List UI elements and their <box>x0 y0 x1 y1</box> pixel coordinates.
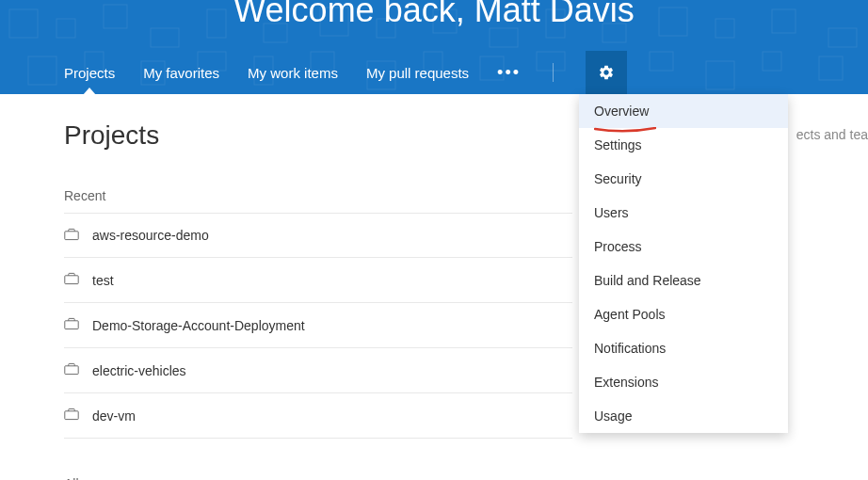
svg-rect-32 <box>65 276 78 284</box>
svg-rect-30 <box>819 56 843 80</box>
svg-rect-14 <box>772 9 796 33</box>
menu-build-release[interactable]: Build and Release <box>579 264 788 297</box>
project-row[interactable]: aws-resource-demo <box>64 213 572 258</box>
menu-usage[interactable]: Usage <box>579 399 788 433</box>
svg-rect-33 <box>65 321 78 329</box>
briefcase-icon <box>64 228 79 244</box>
primary-nav: Projects My favorites My work items My p… <box>0 51 627 94</box>
menu-users[interactable]: Users <box>579 196 788 230</box>
svg-rect-29 <box>763 52 781 71</box>
project-name: dev-vm <box>92 408 136 424</box>
nav-projects[interactable]: Projects <box>64 51 115 94</box>
svg-rect-34 <box>65 366 78 375</box>
project-row[interactable]: dev-vm <box>64 393 572 439</box>
nav-favorites[interactable]: My favorites <box>143 51 219 94</box>
nav-divider <box>553 63 554 82</box>
svg-rect-31 <box>65 231 78 239</box>
menu-label: Overview <box>594 104 649 119</box>
menu-security[interactable]: Security <box>579 162 788 196</box>
settings-dropdown: Overview Settings Security Users Process… <box>579 94 788 433</box>
menu-overview[interactable]: Overview <box>579 94 788 128</box>
svg-rect-1 <box>56 19 75 38</box>
briefcase-icon <box>64 317 79 333</box>
project-name: aws-resource-demo <box>92 228 209 243</box>
svg-rect-2 <box>104 5 127 28</box>
menu-extensions[interactable]: Extensions <box>579 365 788 399</box>
svg-rect-4 <box>207 9 226 38</box>
menu-label: Usage <box>594 408 632 424</box>
svg-rect-9 <box>490 28 518 47</box>
menu-process[interactable]: Process <box>579 230 788 264</box>
project-name: electric-vehicles <box>92 363 186 378</box>
svg-rect-12 <box>659 8 687 36</box>
menu-label: Notifications <box>594 341 666 356</box>
menu-notifications[interactable]: Notifications <box>579 331 788 365</box>
briefcase-icon <box>64 408 79 424</box>
header: Welcome back, Matt Davis Projects My fav… <box>0 0 868 94</box>
project-name: test <box>92 273 114 288</box>
menu-label: Agent Pools <box>594 307 666 322</box>
briefcase-icon <box>64 272 79 288</box>
nav-work-items[interactable]: My work items <box>248 51 338 94</box>
project-row[interactable]: electric-vehicles <box>64 348 572 393</box>
menu-label: Users <box>594 205 629 220</box>
briefcase-icon <box>64 362 79 378</box>
svg-rect-13 <box>715 19 734 38</box>
svg-rect-35 <box>65 411 78 420</box>
menu-label: Process <box>594 239 642 254</box>
menu-label: Security <box>594 171 642 186</box>
project-row[interactable]: Demo-Storage-Account-Deployment <box>64 303 572 348</box>
menu-label: Settings <box>594 137 642 152</box>
nav-pull-requests[interactable]: My pull requests <box>366 51 469 94</box>
gear-icon <box>598 64 615 81</box>
menu-label: Build and Release <box>594 273 701 288</box>
menu-label: Extensions <box>594 375 658 390</box>
welcome-text: Welcome back, Matt Davis <box>233 0 634 30</box>
nav-more[interactable]: ••• <box>497 51 521 94</box>
all-label: All <box>64 476 868 480</box>
project-row[interactable]: test <box>64 258 572 303</box>
menu-settings[interactable]: Settings <box>579 128 788 162</box>
project-name: Demo-Storage-Account-Deployment <box>92 318 305 333</box>
svg-rect-0 <box>9 9 38 38</box>
svg-rect-15 <box>828 28 857 47</box>
annotation-underline <box>594 120 656 126</box>
settings-gear-button[interactable] <box>586 51 627 94</box>
menu-agent-pools[interactable]: Agent Pools <box>579 297 788 331</box>
svg-rect-3 <box>151 28 179 47</box>
filter-hint: ects and tea <box>796 127 868 142</box>
svg-rect-27 <box>650 52 673 71</box>
svg-rect-28 <box>706 61 734 89</box>
